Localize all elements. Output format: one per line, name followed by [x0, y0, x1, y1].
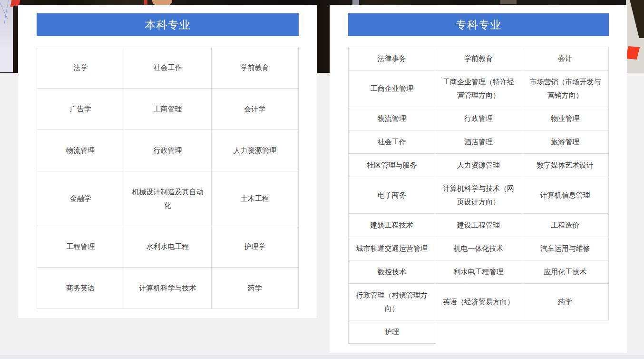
major-cell: 药学	[522, 284, 608, 320]
undergraduate-majors-title: 本科专业	[145, 18, 191, 32]
table-row: 法律事务学前教育会计	[349, 47, 609, 70]
major-cell: 行政管理	[435, 107, 522, 130]
major-cell: 社会工作	[124, 47, 211, 89]
major-cell: 计算机科学与技术（网页设计方向）	[435, 177, 522, 214]
table-row: 行政管理（村镇管理方向）英语（经济贸易方向）药学	[349, 284, 609, 320]
major-cell: 会计学	[211, 89, 298, 130]
photo-gray-detail	[352, 0, 359, 5]
junior-college-majors-header: 专科专业	[348, 13, 609, 36]
major-cell: 旅游管理	[522, 130, 608, 154]
major-cell: 数控技术	[349, 260, 435, 284]
table-row: 社区管理与服务人力资源管理数字媒体艺术设计	[349, 154, 609, 177]
major-cell: 电子商务	[349, 177, 435, 214]
major-cell: 社会工作	[349, 130, 435, 154]
junior-college-majors-panel: 专科专业 法律事务学前教育会计工商企业管理工商企业管理（特许经营管理方向）市场营…	[330, 5, 627, 353]
major-cell: 物业管理	[522, 107, 608, 130]
major-cell: 学前教育	[211, 47, 298, 89]
major-cell: 会计	[522, 47, 608, 70]
table-row: 物流管理行政管理人力资源管理	[37, 130, 299, 171]
table-row: 商务英语计算机科学与技术药学	[37, 268, 299, 309]
major-cell: 市场营销（市场开发与营销方向）	[522, 70, 608, 107]
table-row: 物流管理行政管理物业管理	[349, 107, 609, 130]
photo-wall	[626, 0, 644, 73]
photo-sleeve	[628, 0, 644, 38]
major-cell: 物流管理	[37, 130, 124, 171]
major-cell: 法律事务	[349, 47, 435, 70]
table-row: 金融学机械设计制造及其自动化土木工程	[37, 171, 299, 226]
junior-college-majors-title: 专科专业	[456, 18, 501, 32]
major-cell: 行政管理（村镇管理方向）	[349, 284, 435, 320]
major-cell: 工商企业管理	[349, 70, 435, 107]
major-cell: 人力资源管理	[435, 154, 522, 177]
major-cell: 城市轨道交通运营管理	[349, 237, 435, 260]
major-cell: 计算机科学与技术	[124, 268, 211, 309]
major-cell: 汽车运用与维修	[522, 237, 608, 260]
major-cell: 利水电工程管理	[435, 260, 522, 284]
major-cell: 水利水电工程	[124, 226, 211, 268]
major-cell: 工程造价	[522, 214, 608, 237]
major-cell	[435, 320, 522, 344]
major-cell	[522, 320, 608, 344]
major-cell: 英语（经济贸易方向）	[435, 284, 522, 320]
major-cell: 金融学	[37, 171, 124, 226]
table-row: 电子商务计算机科学与技术（网页设计方向）计算机信息管理	[349, 177, 609, 214]
footer-strip	[0, 355, 644, 359]
major-cell: 建设工程管理	[435, 214, 522, 237]
photo-red-flag	[625, 46, 640, 60]
major-cell: 学前教育	[435, 47, 522, 70]
major-cell: 工程管理	[37, 226, 124, 268]
major-cell: 数字媒体艺术设计	[522, 154, 608, 177]
major-cell: 应用化工技术	[522, 260, 608, 284]
major-cell: 机电一体化技术	[435, 237, 522, 260]
major-cell: 人力资源管理	[211, 130, 298, 171]
undergraduate-majors-header: 本科专业	[37, 13, 299, 36]
table-row: 广告学工商管理会计学	[37, 89, 299, 130]
major-cell: 商务英语	[37, 268, 124, 309]
table-row: 法学社会工作学前教育	[37, 47, 299, 89]
major-cell: 法学	[37, 47, 124, 89]
table-row: 城市轨道交通运营管理机电一体化技术汽车运用与维修	[349, 237, 609, 260]
major-cell: 护理	[349, 320, 435, 344]
table-row: 工商企业管理工商企业管理（特许经营管理方向）市场营销（市场开发与营销方向）	[349, 70, 609, 107]
major-cell: 社区管理与服务	[349, 154, 435, 177]
major-cell: 工商企业管理（特许经营管理方向）	[435, 70, 522, 107]
photo-tan-detail	[500, 0, 517, 4]
major-cell: 机械设计制造及其自动化	[124, 171, 211, 226]
major-cell: 护理学	[211, 226, 298, 268]
junior-college-majors-table: 法律事务学前教育会计工商企业管理工商企业管理（特许经营管理方向）市场营销（市场开…	[348, 47, 609, 344]
major-cell: 建筑工程技术	[349, 214, 435, 237]
table-row: 数控技术利水电工程管理应用化工技术	[349, 260, 609, 284]
major-cell: 物流管理	[349, 107, 435, 130]
major-cell: 土木工程	[211, 171, 298, 226]
table-row: 社会工作酒店管理旅游管理	[349, 130, 609, 154]
undergraduate-majors-panel: 本科专业 法学社会工作学前教育广告学工商管理会计学物流管理行政管理人力资源管理金…	[18, 5, 317, 318]
major-cell: 计算机信息管理	[522, 177, 608, 214]
major-cell: 工商管理	[124, 89, 211, 130]
major-cell: 行政管理	[124, 130, 211, 171]
major-cell: 广告学	[37, 89, 124, 130]
table-row: 工程管理水利水电工程护理学	[37, 226, 299, 268]
undergraduate-majors-table: 法学社会工作学前教育广告学工商管理会计学物流管理行政管理人力资源管理金融学机械设…	[37, 47, 299, 309]
table-row: 护理	[349, 320, 609, 344]
major-cell: 药学	[211, 268, 298, 309]
table-row: 建筑工程技术建设工程管理工程造价	[349, 214, 609, 237]
major-cell: 酒店管理	[435, 130, 522, 154]
